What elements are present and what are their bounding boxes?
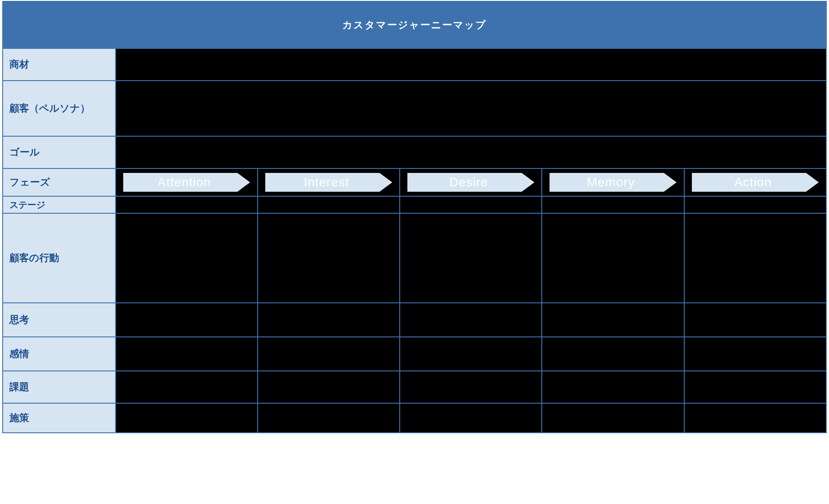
cell-stage-action xyxy=(684,196,826,213)
row-label-goal: ゴール xyxy=(3,136,116,168)
cell-feeling-attention xyxy=(116,337,258,371)
phase-cell-desire: Desire xyxy=(400,168,542,196)
phase-cell-interest: Interest xyxy=(258,168,400,196)
row-label-behavior: 顧客の行動 xyxy=(3,213,116,303)
cell-behavior-memory xyxy=(542,213,684,303)
cell-feeling-desire xyxy=(400,337,542,371)
cell-measure-attention xyxy=(116,403,258,433)
cell-feeling-interest xyxy=(258,337,400,371)
row-label-shozai: 商材 xyxy=(3,48,116,81)
cell-stage-desire xyxy=(400,196,542,213)
cell-shozai xyxy=(116,48,826,81)
cell-thought-interest xyxy=(258,303,400,337)
cell-behavior-desire xyxy=(400,213,542,303)
cell-stage-attention xyxy=(116,196,258,213)
row-label-stage: ステージ xyxy=(3,196,116,213)
cell-stage-memory xyxy=(542,196,684,213)
cell-stage-interest xyxy=(258,196,400,213)
cell-thought-desire xyxy=(400,303,542,337)
cell-issue-memory xyxy=(542,371,684,403)
phase-cell-action: Action xyxy=(684,168,826,196)
cell-goal xyxy=(116,136,826,168)
row-label-issue: 課題 xyxy=(3,371,116,403)
cell-persona xyxy=(116,81,826,136)
cell-measure-memory xyxy=(542,403,684,433)
phase-cell-memory: Memory xyxy=(542,168,684,196)
cell-behavior-interest xyxy=(258,213,400,303)
row-label-thought: 思考 xyxy=(3,303,116,337)
cell-issue-interest xyxy=(258,371,400,403)
cell-issue-desire xyxy=(400,371,542,403)
row-label-feeling: 感情 xyxy=(3,337,116,371)
phase-arrow-desire: Desire xyxy=(407,173,534,192)
phase-cell-attention: Attention xyxy=(116,168,258,196)
cell-thought-attention xyxy=(116,303,258,337)
phase-arrow-attention: Attention xyxy=(123,173,250,192)
cell-behavior-attention xyxy=(116,213,258,303)
phase-arrow-action: Action xyxy=(692,173,819,192)
cell-thought-action xyxy=(684,303,826,337)
row-label-persona: 顧客（ペルソナ） xyxy=(3,81,116,136)
row-label-phase: フェーズ xyxy=(3,168,116,196)
phase-arrow-interest: Interest xyxy=(265,173,392,192)
row-label-measure: 施策 xyxy=(3,403,116,433)
cell-issue-attention xyxy=(116,371,258,403)
cell-thought-memory xyxy=(542,303,684,337)
cell-feeling-memory xyxy=(542,337,684,371)
cell-behavior-action xyxy=(684,213,826,303)
cell-measure-desire xyxy=(400,403,542,433)
cell-measure-interest xyxy=(258,403,400,433)
customer-journey-map: カスタマージャーニーマップ 商材 顧客（ペルソナ） ゴール フェーズ Atten… xyxy=(2,1,827,433)
cell-issue-action xyxy=(684,371,826,403)
cell-measure-action xyxy=(684,403,826,433)
map-title: カスタマージャーニーマップ xyxy=(3,1,826,48)
cell-feeling-action xyxy=(684,337,826,371)
phase-arrow-memory: Memory xyxy=(549,173,676,192)
